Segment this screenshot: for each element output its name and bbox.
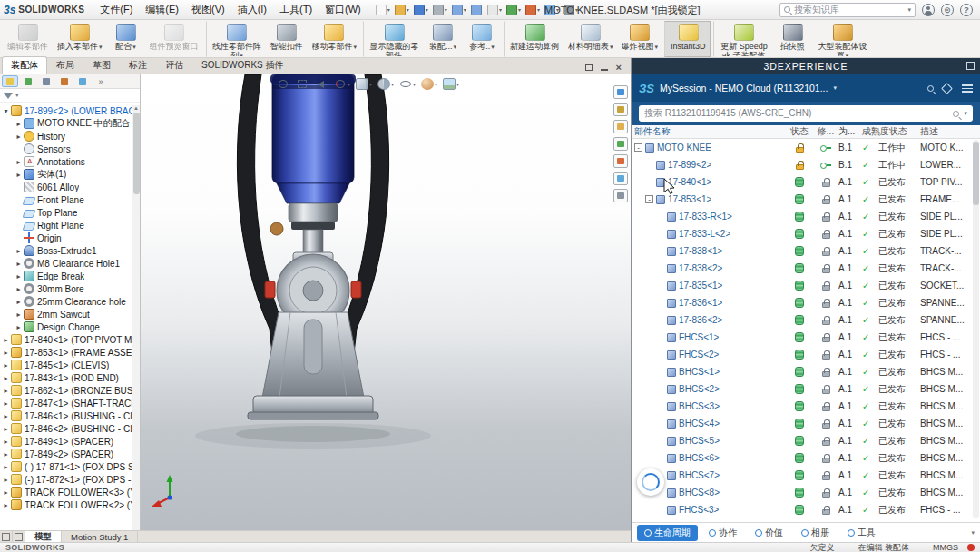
feature-tree-item[interactable]: ▸ 17-845<1> (CLEVIS) <box>0 359 140 371</box>
expander-icon[interactable]: ▸ <box>15 171 23 179</box>
settings-icon[interactable]: ⊙ <box>941 4 954 16</box>
document-tab[interactable]: 模型 <box>25 531 62 542</box>
expander-icon[interactable]: ▸ <box>15 298 23 306</box>
feature-tree-item[interactable]: ▸ Boss-Extrude1 <box>0 244 140 257</box>
help-icon[interactable]: ? <box>960 4 973 16</box>
insert-components-button[interactable]: 插入零部件▾ <box>54 21 106 57</box>
chevron-down-icon[interactable]: ▾ <box>971 529 975 537</box>
commandmanager-tab[interactable]: 标注 <box>120 56 156 74</box>
component-row[interactable]: 17-833-L<2> A.1 ✓ 已发布 SIDE PL... <box>632 225 980 242</box>
component-row[interactable]: 17-833-R<1> A.1 ✓ 已发布 SIDE PL... <box>632 208 980 225</box>
expander-icon[interactable]: ▸ <box>15 285 23 293</box>
hud-button[interactable] <box>296 78 309 90</box>
menu-item[interactable]: 文件(F) <box>93 1 139 18</box>
expander-icon[interactable] <box>656 419 664 428</box>
feature-tree-item[interactable]: ▸ 17-846<2> (BUSHING - CLE <box>0 422 140 435</box>
expander-icon[interactable]: ▾ <box>2 107 10 115</box>
commandmanager-tab[interactable]: 装配体 <box>2 56 47 74</box>
component-row[interactable]: BHCS<1> A.1 ✓ 已发布 BHCS M... <box>632 363 980 380</box>
scrollbar-thumb[interactable] <box>973 142 979 205</box>
commandmanager-tab[interactable]: 布局 <box>47 56 83 74</box>
column-description[interactable]: 描述 <box>920 125 973 138</box>
hud-button[interactable] <box>315 78 328 90</box>
feature-tree-item[interactable]: ▸ 17-853<1> (FRAME ASSEM <box>0 346 140 359</box>
linear-component-pattern-button[interactable]: 线性零部件阵列▾ <box>206 21 266 57</box>
feature-tree-item[interactable]: ▸ MOTO KNEE 中的配合 <box>0 117 140 130</box>
tab-list-icon[interactable] <box>13 531 25 542</box>
expander-icon[interactable]: ▸ <box>2 361 10 370</box>
feature-tree-item[interactable]: ▾ 17-899<2> (LOWER BRACK <box>0 104 140 117</box>
mate-button[interactable]: 配合▾ <box>107 21 145 57</box>
featuremanager-tree-tab[interactable] <box>2 75 18 87</box>
document-tab[interactable]: Motion Study 1 <box>62 531 138 542</box>
search-icon[interactable] <box>927 85 934 92</box>
select-icon[interactable]: ▾ <box>486 3 503 16</box>
show-hidden-components-button[interactable]: 显示隐藏的零部件 <box>363 21 423 57</box>
menu-item[interactable]: 工具(T) <box>273 1 318 18</box>
hud-button[interactable] <box>277 78 290 90</box>
expander-icon[interactable] <box>656 264 664 272</box>
assembly-features-button[interactable]: 装配...▾ <box>424 21 462 57</box>
feature-tree-item[interactable]: Front Plane <box>0 193 140 206</box>
hud-button[interactable]: ▾ <box>399 78 416 90</box>
user-account-icon[interactable] <box>922 4 935 16</box>
expander-icon[interactable]: ▸ <box>2 349 10 357</box>
expander-icon[interactable]: ▸ <box>15 260 23 268</box>
component-row[interactable]: 17-838<2> A.1 ✓ 已发布 TRACK-... <box>632 260 980 277</box>
design-library-icon[interactable] <box>613 103 628 116</box>
configurationmanager-tab[interactable] <box>38 75 54 87</box>
column-for[interactable]: 为... <box>838 125 862 138</box>
feature-tree-item[interactable]: ▸ M8 Clearance Hole1 <box>0 257 140 270</box>
expander-icon[interactable]: ▸ <box>2 438 10 446</box>
column-revision[interactable]: 修... <box>813 125 838 138</box>
redo-icon[interactable] <box>470 3 484 16</box>
panel-tab[interactable]: 价值 <box>748 525 790 541</box>
component-row[interactable]: FHCS<3> A.1 ✓ 已发布 FHCS - ... <box>632 501 980 518</box>
expander-icon[interactable] <box>656 230 664 238</box>
tree-scrollbar[interactable]: ▲ <box>132 105 140 530</box>
component-row[interactable]: - MOTO KNEE B.1 ✓ 工作中 MOTO K... <box>632 139 980 156</box>
tree-filter[interactable]: ▾ <box>0 89 140 103</box>
feature-tree-item[interactable]: ▸ 2mm Sawcut <box>0 308 140 320</box>
new-document-icon[interactable]: ▾ <box>375 3 391 16</box>
component-preview-window-button[interactable]: 组件预览窗口 <box>146 21 203 57</box>
feature-tree-item[interactable]: 6061 Alloy <box>0 181 140 193</box>
hud-button[interactable]: ▾ <box>377 78 394 90</box>
bill-of-materials-button[interactable]: 材料明细表▾ <box>564 21 617 57</box>
feature-tree-item[interactable]: ▸ 17-849<1> (SPACER) <box>0 435 140 448</box>
expander-icon[interactable] <box>656 316 664 324</box>
expander-icon[interactable]: ▸ <box>15 247 23 255</box>
expander-icon[interactable] <box>656 281 664 290</box>
propertymanager-tab[interactable] <box>20 75 36 87</box>
expander-icon[interactable]: ▸ <box>2 336 10 344</box>
column-part-name[interactable]: 部件名称 <box>632 125 786 138</box>
search-icon[interactable] <box>953 111 959 117</box>
feature-tree-item[interactable]: ▸ 17-862<1> (BRONZE BUSHI <box>0 384 140 397</box>
smart-fasteners-button[interactable]: 智能扣件 <box>267 21 308 57</box>
feature-tree-item[interactable]: ▸ TRACK FOLLOWER<3> (YOK <box>0 486 140 498</box>
feature-tree-item[interactable]: Origin <box>0 232 140 244</box>
expander-icon[interactable] <box>645 161 653 169</box>
expander-icon[interactable] <box>656 454 664 462</box>
minimize-window-icon[interactable] <box>601 69 608 71</box>
menu-item[interactable]: 视图(V) <box>185 1 231 18</box>
3ds-compass-icon[interactable]: ЗS <box>639 82 654 95</box>
component-row[interactable]: - 17-853<1> A.1 ✓ 已发布 FRAME... <box>632 191 980 208</box>
feature-tree-item[interactable]: ▸ 17-849<2> (SPACER) <box>0 448 140 460</box>
file-explorer-icon[interactable] <box>613 120 628 133</box>
update-speedpak-button[interactable]: 更新 Speedpak 子装配体 <box>713 21 773 57</box>
more-tabs-chevron[interactable] <box>93 75 109 87</box>
print-icon[interactable]: ▾ <box>432 3 448 16</box>
expander-icon[interactable] <box>656 333 664 341</box>
expander-icon[interactable]: ▸ <box>2 463 10 471</box>
component-row[interactable]: 17-836<1> A.1 ✓ 已发布 SPANNE... <box>632 294 980 311</box>
panel-options-icon[interactable] <box>966 62 975 70</box>
expander-icon[interactable]: ▸ <box>15 272 23 281</box>
expander-icon[interactable] <box>656 350 664 359</box>
3d-model[interactable] <box>141 74 631 530</box>
appearances-icon[interactable] <box>613 154 628 168</box>
panel-tab[interactable]: 协作 <box>701 525 744 541</box>
component-row[interactable]: BHCS<8> A.1 ✓ 已发布 BHCS M... <box>632 484 980 501</box>
undo-icon[interactable]: ▾ <box>451 3 467 16</box>
feature-tree-item[interactable]: Top Plane <box>0 206 140 219</box>
